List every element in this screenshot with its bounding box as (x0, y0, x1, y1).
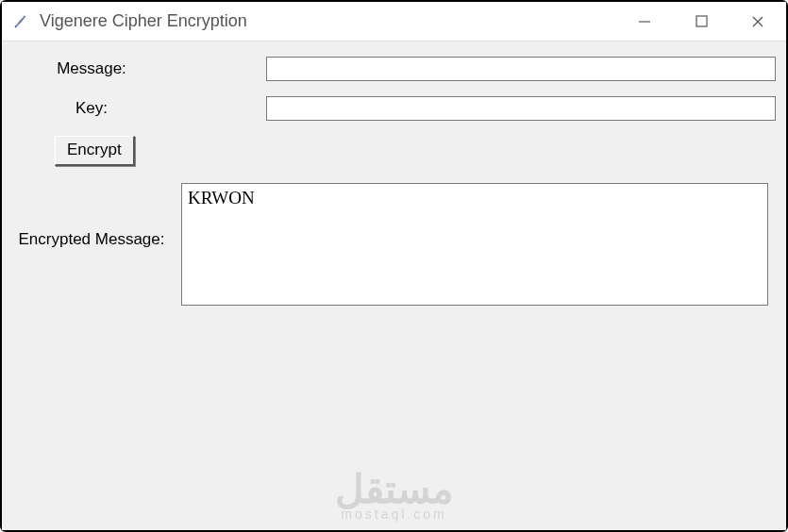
row-message: Message: (2, 55, 786, 83)
watermark-brand: مستقل (335, 470, 454, 509)
minimize-button[interactable] (616, 2, 673, 42)
message-input[interactable] (266, 57, 776, 81)
watermark: مستقل mostaql.com (335, 470, 454, 521)
svg-rect-1 (696, 16, 707, 26)
label-key: Key: (2, 99, 181, 118)
titlebar: Vigenere Cipher Encryption (2, 2, 786, 42)
close-button[interactable] (729, 2, 786, 42)
python-feather-icon (11, 12, 30, 31)
row-output: Encrypted Message: KRWON (2, 183, 786, 306)
key-input[interactable] (266, 96, 776, 121)
label-message: Message: (2, 59, 181, 78)
maximize-button[interactable] (673, 2, 729, 42)
watermark-sub: mostaql.com (335, 507, 454, 521)
row-key: Key: (2, 94, 786, 123)
app-window: Vigenere Cipher Encryption Message: Key:… (0, 0, 788, 532)
encrypt-button[interactable]: Encrypt (55, 136, 135, 166)
label-encrypted: Encrypted Message: (2, 183, 181, 306)
client-area: Message: Key: Encrypt Encrypted Message:… (2, 42, 786, 530)
encrypted-output[interactable]: KRWON (181, 183, 768, 306)
window-title: Vigenere Cipher Encryption (40, 11, 247, 31)
encrypt-button-wrap: Encrypt (55, 136, 135, 166)
